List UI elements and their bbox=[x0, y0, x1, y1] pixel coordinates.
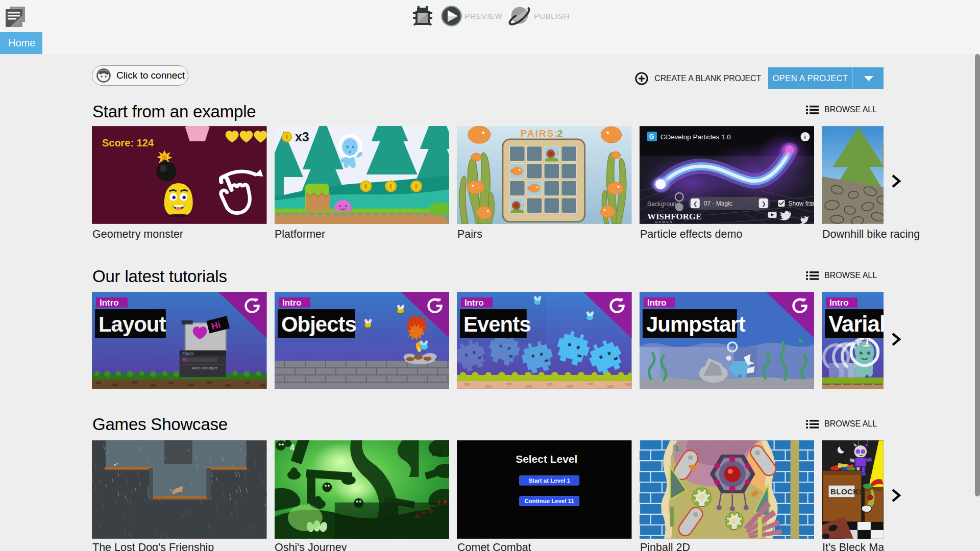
svg-text:x3: x3 bbox=[295, 130, 309, 144]
svg-text:Score: 124: Score: 124 bbox=[102, 137, 154, 148]
svg-text:Select Level: Select Level bbox=[516, 453, 577, 465]
svg-text:Start at Level 1: Start at Level 1 bbox=[528, 478, 570, 484]
svg-text:GDevelop Particles 1.0: GDevelop Particles 1.0 bbox=[660, 133, 730, 141]
svg-text:Jumpstart: Jumpstart bbox=[646, 312, 745, 336]
svg-text:i: i bbox=[804, 134, 805, 141]
svg-text:4: 4 bbox=[289, 443, 294, 452]
svg-text:G: G bbox=[649, 133, 653, 140]
svg-text:Continue Level 11: Continue Level 11 bbox=[524, 498, 574, 504]
svg-text:2: 2 bbox=[557, 128, 563, 139]
svg-text:1: 1 bbox=[675, 445, 678, 452]
svg-text:Intro: Intro bbox=[647, 298, 666, 308]
svg-text:PAIRS:: PAIRS: bbox=[521, 128, 559, 139]
